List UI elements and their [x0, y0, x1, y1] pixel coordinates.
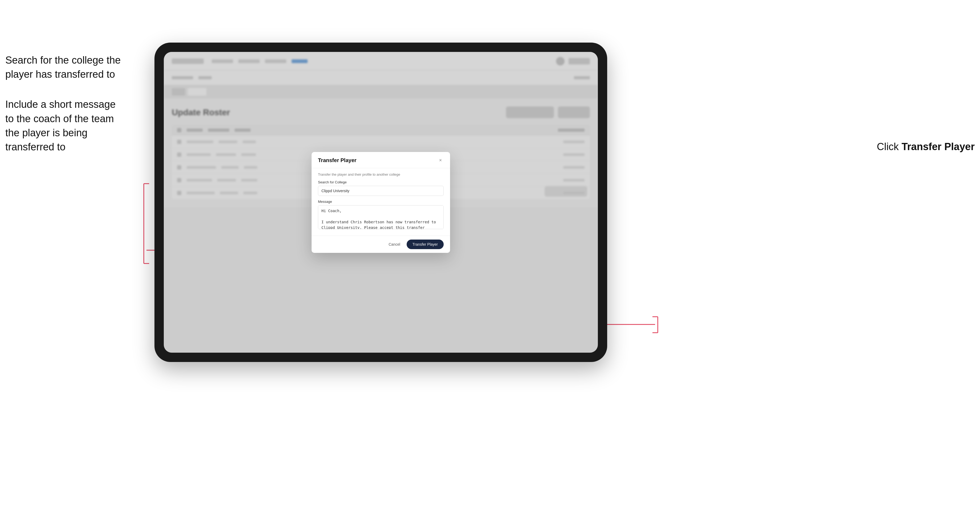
modal-title: Transfer Player	[318, 157, 356, 163]
annotation-search-text: Search for the college the player has tr…	[5, 53, 138, 81]
modal-overlay: Transfer Player × Transfer the player an…	[164, 52, 598, 352]
transfer-player-modal: Transfer Player × Transfer the player an…	[312, 152, 450, 253]
modal-footer: Cancel Transfer Player	[312, 236, 450, 253]
search-college-input[interactable]	[318, 186, 444, 196]
modal-header: Transfer Player ×	[312, 152, 450, 168]
message-textarea[interactable]: Hi Coach, I understand Chris Robertson h…	[318, 205, 444, 229]
modal-subtitle: Transfer the player and their profile to…	[318, 173, 444, 176]
modal-body: Transfer the player and their profile to…	[312, 168, 450, 236]
transfer-player-button[interactable]: Transfer Player	[407, 240, 444, 249]
annotation-right: Click Transfer Player	[877, 141, 975, 152]
modal-close-button[interactable]: ×	[437, 157, 444, 163]
close-icon: ×	[439, 157, 442, 163]
tablet-screen: Update Roster	[164, 52, 598, 352]
tablet-device: Update Roster	[154, 43, 607, 362]
message-label: Message	[318, 200, 444, 204]
search-college-label: Search for College	[318, 180, 444, 184]
annotation-right-strong: Transfer Player	[902, 141, 975, 152]
cancel-button[interactable]: Cancel	[385, 240, 403, 249]
annotation-left: Search for the college the player has tr…	[5, 53, 138, 170]
annotation-message-text: Include a short messageto the coach of t…	[5, 97, 138, 154]
